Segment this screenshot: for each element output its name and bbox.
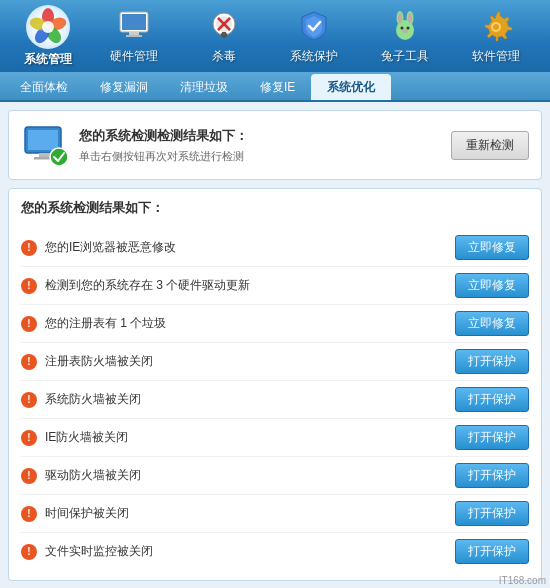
app-logo: 系统管理 xyxy=(8,5,88,68)
result-row: ! 检测到您的系统存在 3 个硬件驱动更新 立即修复 xyxy=(21,267,529,305)
nav-label-protection: 系统保护 xyxy=(290,48,338,65)
svg-point-22 xyxy=(407,26,410,29)
svg-point-5 xyxy=(42,21,54,33)
result-text-7: 时间保护被关闭 xyxy=(45,505,129,522)
result-row: ! 您的IE浏览器被恶意修改 立即修复 xyxy=(21,229,529,267)
action-btn-5[interactable]: 打开保护 xyxy=(455,425,529,450)
status-subtitle: 单击右侧按钮再次对系统进行检测 xyxy=(79,149,248,164)
result-text-2: 您的注册表有 1 个垃圾 xyxy=(45,315,166,332)
result-row: ! 文件实时监控被关闭 打开保护 xyxy=(21,533,529,570)
svg-point-19 xyxy=(398,13,402,23)
tab-fixie[interactable]: 修复IE xyxy=(244,74,311,100)
tab-cleanup[interactable]: 清理垃圾 xyxy=(164,74,244,100)
result-left-8: ! 文件实时监控被关闭 xyxy=(21,543,455,560)
result-left-2: ! 您的注册表有 1 个垃圾 xyxy=(21,315,455,332)
result-row: ! 注册表防火墙被关闭 打开保护 xyxy=(21,343,529,381)
action-btn-2[interactable]: 立即修复 xyxy=(455,311,529,336)
svg-rect-27 xyxy=(28,130,58,150)
logo-icon xyxy=(26,5,70,49)
result-text-6: 驱动防火墙被关闭 xyxy=(45,467,141,484)
nav-label-software: 软件管理 xyxy=(472,48,520,65)
result-text-8: 文件实时监控被关闭 xyxy=(45,543,153,560)
status-text: 您的系统检测检测结果如下： 单击右侧按钮再次对系统进行检测 xyxy=(79,127,248,164)
result-text-1: 检测到您的系统存在 3 个硬件驱动更新 xyxy=(45,277,250,294)
nav-item-rabbit[interactable]: 兔子工具 xyxy=(369,0,441,72)
result-text-0: 您的IE浏览器被恶意修改 xyxy=(45,239,176,256)
recheck-button[interactable]: 重新检测 xyxy=(451,131,529,160)
monitor-icon xyxy=(116,8,152,44)
main-content: 您的系统检测检测结果如下： 单击右侧按钮再次对系统进行检测 重新检测 您的系统检… xyxy=(0,102,550,588)
nav-item-kill[interactable]: 杀毒 xyxy=(189,0,259,72)
gear-icon xyxy=(478,8,514,44)
warning-icon-4: ! xyxy=(21,392,37,408)
status-left: 您的系统检测检测结果如下： 单击右侧按钮再次对系统进行检测 xyxy=(21,121,248,169)
nav-label-kill: 杀毒 xyxy=(212,48,236,65)
results-card: 您的系统检测结果如下： ! 您的IE浏览器被恶意修改 立即修复 ! 检测到您的系… xyxy=(8,188,542,581)
action-btn-7[interactable]: 打开保护 xyxy=(455,501,529,526)
result-row: ! 您的注册表有 1 个垃圾 立即修复 xyxy=(21,305,529,343)
action-btn-8[interactable]: 打开保护 xyxy=(455,539,529,564)
svg-point-25 xyxy=(493,24,499,30)
result-row: ! IE防火墙被关闭 打开保护 xyxy=(21,419,529,457)
status-title: 您的系统检测检测结果如下： xyxy=(79,127,248,145)
result-left-4: ! 系统防火墙被关闭 xyxy=(21,391,455,408)
shield-icon xyxy=(296,8,332,44)
kill-icon xyxy=(206,8,242,44)
nav-item-protection[interactable]: 系统保护 xyxy=(278,0,350,72)
result-text-5: IE防火墙被关闭 xyxy=(45,429,128,446)
svg-point-30 xyxy=(50,148,68,166)
result-text-4: 系统防火墙被关闭 xyxy=(45,391,141,408)
warning-icon-3: ! xyxy=(21,354,37,370)
result-left-3: ! 注册表防火墙被关闭 xyxy=(21,353,455,370)
result-text-3: 注册表防火墙被关闭 xyxy=(45,353,153,370)
result-left-1: ! 检测到您的系统存在 3 个硬件驱动更新 xyxy=(21,277,455,294)
tab-fullcheck[interactable]: 全面体检 xyxy=(4,74,84,100)
warning-icon-0: ! xyxy=(21,240,37,256)
svg-rect-7 xyxy=(122,14,146,30)
status-monitor-icon xyxy=(21,121,69,169)
warning-icon-7: ! xyxy=(21,506,37,522)
nav-item-software[interactable]: 软件管理 xyxy=(460,0,532,72)
results-title: 您的系统检测结果如下： xyxy=(21,199,529,221)
action-btn-6[interactable]: 打开保护 xyxy=(455,463,529,488)
svg-point-20 xyxy=(408,13,412,23)
action-btn-1[interactable]: 立即修复 xyxy=(455,273,529,298)
result-left-7: ! 时间保护被关闭 xyxy=(21,505,455,522)
tab-optimize[interactable]: 系统优化 xyxy=(311,74,391,100)
nav-item-hardware[interactable]: 硬件管理 xyxy=(98,0,170,72)
logo-label: 系统管理 xyxy=(24,51,72,68)
warning-icon-8: ! xyxy=(21,544,37,560)
header-nav: 硬件管理 杀毒 xyxy=(88,0,542,72)
svg-rect-8 xyxy=(129,32,139,35)
warning-icon-5: ! xyxy=(21,430,37,446)
watermark: IT168.com xyxy=(499,575,546,586)
rabbit-icon xyxy=(387,8,423,44)
app-header: 系统管理 硬件管理 xyxy=(0,0,550,72)
result-left-6: ! 驱动防火墙被关闭 xyxy=(21,467,455,484)
result-row: ! 驱动防火墙被关闭 打开保护 xyxy=(21,457,529,495)
result-left-5: ! IE防火墙被关闭 xyxy=(21,429,455,446)
warning-icon-2: ! xyxy=(21,316,37,332)
svg-rect-28 xyxy=(39,153,51,157)
warning-icon-1: ! xyxy=(21,278,37,294)
status-card: 您的系统检测检测结果如下： 单击右侧按钮再次对系统进行检测 重新检测 xyxy=(8,110,542,180)
result-row: ! 时间保护被关闭 打开保护 xyxy=(21,495,529,533)
result-left-0: ! 您的IE浏览器被恶意修改 xyxy=(21,239,455,256)
action-btn-0[interactable]: 立即修复 xyxy=(455,235,529,260)
action-btn-3[interactable]: 打开保护 xyxy=(455,349,529,374)
warning-icon-6: ! xyxy=(21,468,37,484)
action-btn-4[interactable]: 打开保护 xyxy=(455,387,529,412)
nav-label-hardware: 硬件管理 xyxy=(110,48,158,65)
svg-rect-15 xyxy=(222,32,226,36)
result-row: ! 系统防火墙被关闭 打开保护 xyxy=(21,381,529,419)
svg-rect-9 xyxy=(126,35,142,37)
tab-bar: 全面体检 修复漏洞 清理垃圾 修复IE 系统优化 xyxy=(0,72,550,102)
svg-point-21 xyxy=(401,26,404,29)
tab-repair[interactable]: 修复漏洞 xyxy=(84,74,164,100)
svg-point-23 xyxy=(402,29,408,33)
nav-label-rabbit: 兔子工具 xyxy=(381,48,429,65)
